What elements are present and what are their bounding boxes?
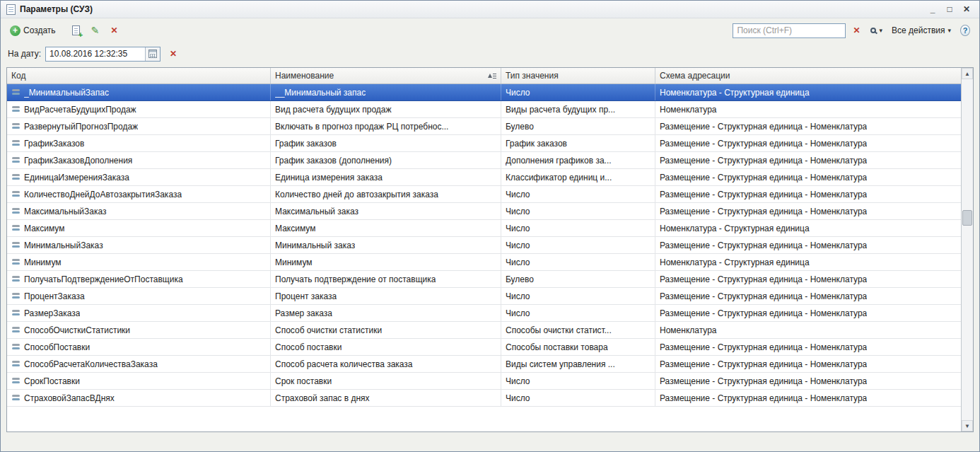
create-button[interactable]: + Создать bbox=[6, 23, 59, 38]
table-row[interactable]: МаксимальныйЗаказМаксимальный заказЧисло… bbox=[7, 203, 961, 220]
code-cell[interactable]: МинимальныйЗаказ bbox=[7, 237, 271, 253]
table-row[interactable]: ПроцентЗаказаПроцент заказаЧислоРазмещен… bbox=[7, 288, 961, 305]
table-row[interactable]: ВидРасчетаБудущихПродажВид расчета будущ… bbox=[7, 101, 961, 118]
name-cell[interactable]: Процент заказа bbox=[271, 288, 501, 304]
code-cell[interactable]: Максимум bbox=[7, 220, 271, 236]
schema-cell[interactable]: Размещение - Структурная единица - Номен… bbox=[655, 305, 961, 321]
name-cell[interactable]: Вид расчета будущих продаж bbox=[271, 101, 501, 117]
scrollbar-thumb[interactable] bbox=[962, 210, 972, 226]
table-row[interactable]: ГрафикЗаказовГрафик заказовГрафик заказо… bbox=[7, 135, 961, 152]
name-cell[interactable]: __Минимальный запас bbox=[271, 84, 501, 100]
type-cell[interactable]: Виды систем управления ... bbox=[501, 356, 655, 372]
close-button[interactable]: ✕ bbox=[959, 3, 974, 16]
schema-cell[interactable]: Размещение - Структурная единица - Номен… bbox=[655, 339, 961, 355]
code-cell[interactable]: МаксимальныйЗаказ bbox=[7, 203, 271, 219]
type-cell[interactable]: Булево bbox=[501, 118, 655, 134]
schema-cell[interactable]: Размещение - Структурная единица - Номен… bbox=[655, 390, 961, 406]
name-cell[interactable]: Получать подтверждение от поставщика bbox=[271, 271, 501, 287]
vertical-scrollbar[interactable]: ▲ ▼ bbox=[961, 68, 973, 431]
all-actions-button[interactable]: Все действия ▾ bbox=[888, 23, 955, 37]
type-cell[interactable]: График заказов bbox=[501, 135, 655, 151]
table-row[interactable]: МинимальныйЗаказМинимальный заказЧислоРа… bbox=[7, 237, 961, 254]
code-cell[interactable]: ЕдиницаИзмеренияЗаказа bbox=[7, 169, 271, 185]
column-header-3[interactable]: Схема адресации bbox=[655, 68, 961, 83]
code-cell[interactable]: ВидРасчетаБудущихПродаж bbox=[7, 101, 271, 117]
type-cell[interactable]: Число bbox=[501, 288, 655, 304]
code-cell[interactable]: ГрафикЗаказов bbox=[7, 135, 271, 151]
minimize-button[interactable]: _ bbox=[926, 3, 940, 16]
table-row[interactable]: КоличествоДнейДоАвтозакрытияЗаказаКоличе… bbox=[7, 186, 961, 203]
type-cell[interactable]: Число bbox=[501, 373, 655, 389]
schema-cell[interactable]: Размещение - Структурная единица - Номен… bbox=[655, 203, 961, 219]
name-cell[interactable]: Единица измерения заказа bbox=[271, 169, 501, 185]
code-cell[interactable]: ГрафикЗаказовДополнения bbox=[7, 152, 271, 168]
search-options-button[interactable]: ▾ bbox=[867, 25, 886, 36]
table-row[interactable]: СпособОчисткиСтатистикиСпособ очистки ст… bbox=[7, 322, 961, 339]
table-row[interactable]: РазмерЗаказаРазмер заказаЧислоРазмещение… bbox=[7, 305, 961, 322]
type-cell[interactable]: Число bbox=[501, 305, 655, 321]
type-cell[interactable]: Число bbox=[501, 203, 655, 219]
name-cell[interactable]: Количество дней до автозакрытия заказа bbox=[271, 186, 501, 202]
schema-cell[interactable]: Размещение - Структурная единица - Номен… bbox=[655, 356, 961, 372]
schema-cell[interactable]: Номенклатура - Структурная единица bbox=[655, 254, 961, 270]
date-input[interactable] bbox=[46, 47, 145, 61]
table-row[interactable]: СрокПоставкиСрок поставкиЧислоРазмещение… bbox=[7, 373, 961, 390]
type-cell[interactable]: Число bbox=[501, 390, 655, 406]
schema-cell[interactable]: Размещение - Структурная единица - Номен… bbox=[655, 118, 961, 134]
code-cell[interactable]: _МинимальныйЗапас bbox=[7, 84, 271, 100]
delete-button[interactable]: ✕ bbox=[106, 22, 123, 39]
type-cell[interactable]: Число bbox=[501, 237, 655, 253]
name-cell[interactable]: Способ поставки bbox=[271, 339, 501, 355]
name-cell[interactable]: График заказов bbox=[271, 135, 501, 151]
column-header-1[interactable]: Наименование bbox=[271, 68, 501, 83]
schema-cell[interactable]: Номенклатура - Структурная единица bbox=[655, 220, 961, 236]
name-cell[interactable]: Максимальный заказ bbox=[271, 203, 501, 219]
column-header-0[interactable]: Код bbox=[7, 68, 271, 83]
code-cell[interactable]: СпособРасчетаКоличестваЗаказа bbox=[7, 356, 271, 372]
name-cell[interactable]: Включать в прогноз продаж РЦ потребнос..… bbox=[271, 118, 501, 134]
schema-cell[interactable]: Размещение - Структурная единица - Номен… bbox=[655, 169, 961, 185]
scrollbar-track[interactable] bbox=[962, 79, 973, 420]
schema-cell[interactable]: Размещение - Структурная единица - Номен… bbox=[655, 237, 961, 253]
scroll-down-button[interactable]: ▼ bbox=[962, 420, 973, 431]
code-cell[interactable]: ПолучатьПодтверждениеОтПоставщика bbox=[7, 271, 271, 287]
calendar-button[interactable] bbox=[145, 47, 160, 61]
copy-button[interactable] bbox=[68, 22, 85, 39]
type-cell[interactable]: Число bbox=[501, 220, 655, 236]
schema-cell[interactable]: Размещение - Структурная единица - Номен… bbox=[655, 271, 961, 287]
schema-cell[interactable]: Размещение - Структурная единица - Номен… bbox=[655, 373, 961, 389]
titlebar[interactable]: Параметры (СУЗ) _ □ ✕ bbox=[1, 1, 979, 18]
edit-button[interactable]: ✎ bbox=[87, 22, 104, 39]
name-cell[interactable]: График заказов (дополнения) bbox=[271, 152, 501, 168]
code-cell[interactable]: Минимум bbox=[7, 254, 271, 270]
name-cell[interactable]: Минимальный заказ bbox=[271, 237, 501, 253]
column-header-2[interactable]: Тип значения bbox=[501, 68, 655, 83]
search-clear-button[interactable]: ✕ bbox=[848, 22, 865, 39]
code-cell[interactable]: СтраховойЗапасВДнях bbox=[7, 390, 271, 406]
search-input[interactable] bbox=[733, 25, 845, 35]
code-cell[interactable]: СрокПоставки bbox=[7, 373, 271, 389]
schema-cell[interactable]: Номенклатура bbox=[655, 322, 961, 338]
maximize-button[interactable]: □ bbox=[943, 3, 957, 16]
type-cell[interactable]: Способы поставки товара bbox=[501, 339, 655, 355]
name-cell[interactable]: Способ расчета количества заказа bbox=[271, 356, 501, 372]
name-cell[interactable]: Срок поставки bbox=[271, 373, 501, 389]
type-cell[interactable]: Виды расчета будущих пр... bbox=[501, 101, 655, 117]
type-cell[interactable]: Булево bbox=[501, 271, 655, 287]
table-row[interactable]: МаксимумМаксимумЧислоНоменклатура - Стру… bbox=[7, 220, 961, 237]
help-button[interactable]: ? bbox=[957, 22, 974, 39]
type-cell[interactable]: Число bbox=[501, 186, 655, 202]
date-clear-button[interactable]: ✕ bbox=[165, 45, 182, 62]
schema-cell[interactable]: Номенклатура - Структурная единица bbox=[655, 84, 961, 100]
code-cell[interactable]: ПроцентЗаказа bbox=[7, 288, 271, 304]
type-cell[interactable]: Дополнения графиков за... bbox=[501, 152, 655, 168]
table-row[interactable]: ПолучатьПодтверждениеОтПоставщикаПолучат… bbox=[7, 271, 961, 288]
schema-cell[interactable]: Размещение - Структурная единица - Номен… bbox=[655, 186, 961, 202]
table-row[interactable]: МинимумМинимумЧислоНоменклатура - Структ… bbox=[7, 254, 961, 271]
type-cell[interactable]: Число bbox=[501, 254, 655, 270]
schema-cell[interactable]: Размещение - Структурная единица - Номен… bbox=[655, 152, 961, 168]
name-cell[interactable]: Страховой запас в днях bbox=[271, 390, 501, 406]
code-cell[interactable]: РазмерЗаказа bbox=[7, 305, 271, 321]
name-cell[interactable]: Максимум bbox=[271, 220, 501, 236]
table-row[interactable]: СтраховойЗапасВДняхСтраховой запас в дня… bbox=[7, 390, 961, 407]
